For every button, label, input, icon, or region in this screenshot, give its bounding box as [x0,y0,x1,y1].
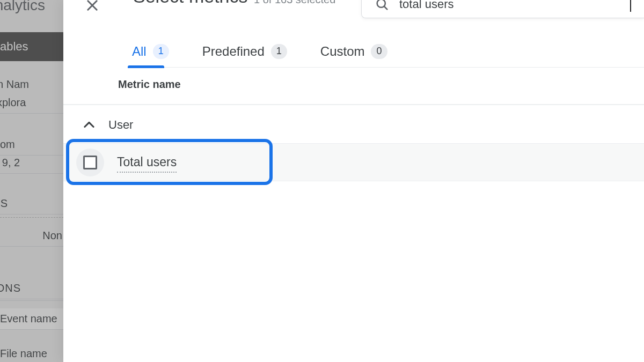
modal-title: Select metrics [133,0,248,7]
tab-custom[interactable]: Custom 0 [320,35,387,68]
dimension-file-name: File name [0,343,63,362]
chevron-up-icon [82,117,97,132]
search-input[interactable]: total users [361,0,644,18]
tab-count-badge: 0 [371,44,387,59]
tabs: All 1 Predefined 1 Custom 0 [132,35,644,68]
group-label: User [108,118,133,132]
segments-none: Non [0,225,63,247]
metric-checkbox[interactable] [76,149,104,176]
column-header-metric-name: Metric name [118,78,181,91]
dimension-event-name: Event name [0,308,63,330]
modal-subtitle: 1 of 163 selected [254,0,335,6]
tab-count-badge: 1 [153,44,169,59]
app-title: Analytics [0,0,45,14]
svg-line-3 [384,6,387,9]
tab-all[interactable]: All 1 [132,35,169,68]
tab-count-badge: 1 [271,44,287,59]
tab-label: Custom [320,44,365,59]
tab-label: All [132,44,147,59]
close-icon [85,0,100,13]
checkbox-unchecked-icon [83,156,97,169]
select-metrics-panel: Select metrics 1 of 163 selected total u… [63,0,644,362]
segments-label: MENTS [0,193,63,215]
tab-predefined[interactable]: Predefined 1 [202,35,287,68]
tab-label: Predefined [202,44,265,59]
close-button[interactable] [80,0,104,17]
metric-group-user[interactable]: User [63,106,644,144]
search-value: total users [399,0,631,11]
date-range: 11 - Jun 9, 2 [0,152,63,174]
metric-label: Total users [117,155,177,169]
sidebar-tab-variables: ables [0,32,63,61]
exploration-name-value: tled explora [0,92,63,114]
background-sidebar: Analytics ables oration Nam tled explora… [0,0,63,362]
metric-row-total-users[interactable]: Total users [63,144,644,181]
dimensions-label: ENSIONS [0,278,63,299]
search-icon [375,0,390,12]
